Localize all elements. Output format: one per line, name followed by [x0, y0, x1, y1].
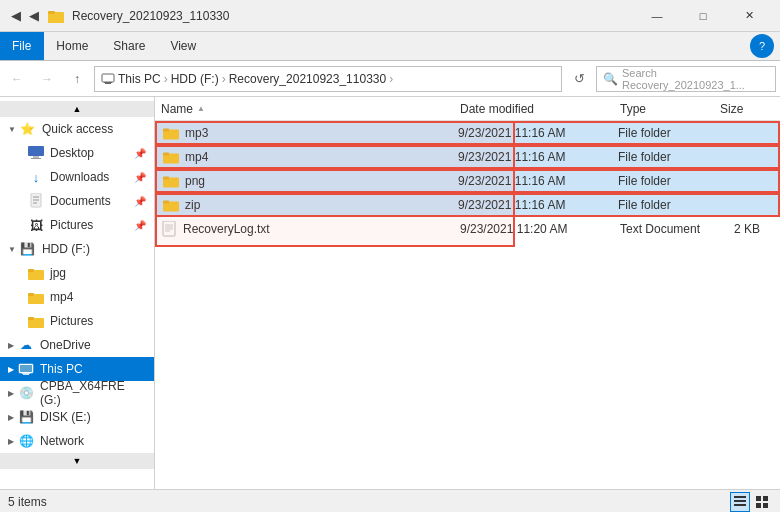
sidebar-scroll-up[interactable]: ▲: [0, 101, 154, 117]
forward-button[interactable]: →: [34, 66, 60, 92]
downloads-icon: ↓: [28, 169, 44, 185]
maximize-button[interactable]: □: [680, 0, 726, 32]
content-area: Name ▲ Date modified Type Size mp3: [155, 97, 780, 489]
expand-arrow-cpba: ▶: [8, 389, 14, 398]
desktop-icon: [28, 145, 44, 161]
sort-icon: ▲: [197, 104, 205, 113]
tab-home[interactable]: Home: [44, 32, 101, 60]
sidebar-item-this-pc[interactable]: ▶ This PC: [0, 357, 154, 381]
col-type-label: Type: [620, 102, 646, 116]
sidebar-item-hdd[interactable]: ▼ 💾 HDD (F:): [0, 237, 154, 261]
file-name-zip: zip: [163, 197, 458, 213]
view-details-button[interactable]: [730, 492, 750, 512]
svg-rect-6: [28, 146, 44, 156]
downloads-label: Downloads: [50, 170, 109, 184]
mp4-label: mp4: [50, 290, 73, 304]
sidebar-item-jpg[interactable]: jpg: [0, 261, 154, 285]
title-icon-folder: [48, 8, 64, 24]
col-header-size[interactable]: Size: [720, 102, 780, 116]
title-bar: ◀ ◀ Recovery_20210923_110330 — □ ✕: [0, 0, 780, 32]
search-box[interactable]: 🔍 Search Recovery_20210923_1...: [596, 66, 776, 92]
hdd-icon: 💾: [20, 241, 36, 257]
svg-rect-3: [102, 74, 114, 82]
sidebar-item-onedrive[interactable]: ▶ ☁ OneDrive: [0, 333, 154, 357]
file-label: mp4: [185, 150, 208, 164]
svg-rect-21: [23, 374, 29, 375]
sidebar-item-pictures-sub[interactable]: Pictures: [0, 309, 154, 333]
expand-arrow-onedrive: ▶: [8, 341, 14, 350]
sidebar-item-quick-access[interactable]: ▼ ⭐ Quick access: [0, 117, 154, 141]
svg-rect-5: [104, 82, 112, 83]
help-button[interactable]: ?: [750, 34, 774, 58]
jpg-label: jpg: [50, 266, 66, 280]
svg-rect-1: [48, 14, 64, 23]
path-computer-icon: [101, 72, 118, 86]
tab-file[interactable]: File: [0, 32, 44, 60]
title-bar-buttons: — □ ✕: [634, 0, 772, 32]
search-icon: 🔍: [603, 72, 618, 86]
file-date-mp4: 9/23/2021 11:16 AM: [458, 150, 618, 164]
this-pc-label: This PC: [40, 362, 83, 376]
svg-rect-30: [163, 201, 169, 204]
cpba-icon: 💿: [18, 385, 34, 401]
svg-rect-20: [20, 365, 32, 372]
file-date-png: 9/23/2021 11:16 AM: [458, 174, 618, 188]
table-row[interactable]: RecoveryLog.txt 9/23/2021 11:20 AM Text …: [155, 217, 780, 241]
svg-rect-24: [163, 129, 169, 132]
sidebar-item-pictures[interactable]: 🖼 Pictures 📌: [0, 213, 154, 237]
items-count: 5 items: [8, 495, 47, 509]
pictures-pin-icon: 📌: [134, 220, 146, 231]
mp4-folder-icon: [28, 289, 44, 305]
svg-rect-38: [734, 504, 746, 506]
back-button[interactable]: ←: [4, 66, 30, 92]
sidebar-item-desktop[interactable]: Desktop 📌: [0, 141, 154, 165]
quick-access-label: Quick access: [42, 122, 113, 136]
file-date-zip: 9/23/2021 11:16 AM: [458, 198, 618, 212]
quick-access-icon: ⭐: [20, 121, 36, 137]
window-title: Recovery_20210923_110330: [72, 9, 634, 23]
svg-rect-39: [756, 496, 761, 501]
table-row[interactable]: mp4 9/23/2021 11:16 AM File folder: [155, 145, 780, 169]
sidebar-item-documents[interactable]: Documents 📌: [0, 189, 154, 213]
hdd-label: HDD (F:): [42, 242, 90, 256]
this-pc-icon: [18, 361, 34, 377]
col-header-date[interactable]: Date modified: [460, 102, 620, 116]
sidebar-item-mp4[interactable]: mp4: [0, 285, 154, 309]
sidebar-item-downloads[interactable]: ↓ Downloads 📌: [0, 165, 154, 189]
sidebar-scroll-down[interactable]: ▼: [0, 453, 154, 469]
table-row[interactable]: zip 9/23/2021 11:16 AM File folder: [155, 193, 780, 217]
sidebar: ▲ ▼ ⭐ Quick access Desktop 📌 ↓ Downloads…: [0, 97, 155, 489]
file-name-recovery-log: RecoveryLog.txt: [161, 221, 460, 237]
column-headers: Name ▲ Date modified Type Size: [155, 97, 780, 121]
tab-share[interactable]: Share: [101, 32, 158, 60]
address-path[interactable]: This PC › HDD (F:) › Recovery_20210923_1…: [94, 66, 562, 92]
title-icon-save: ◀: [26, 8, 42, 24]
svg-rect-4: [105, 83, 111, 84]
up-button[interactable]: ↑: [64, 66, 90, 92]
address-bar: ← → ↑ This PC › HDD (F:) › Recovery_2021…: [0, 61, 780, 97]
sidebar-item-disk-e[interactable]: ▶ 💾 DISK (E:): [0, 405, 154, 429]
view-large-icons-button[interactable]: [752, 492, 772, 512]
tab-view[interactable]: View: [158, 32, 209, 60]
file-name-png: png: [163, 173, 458, 189]
sidebar-item-cpba[interactable]: ▶ 💿 CPBA_X64FRE (G:): [0, 381, 154, 405]
folder-icon: [163, 173, 179, 189]
file-label: zip: [185, 198, 200, 212]
col-header-name[interactable]: Name ▲: [161, 102, 460, 116]
minimize-button[interactable]: —: [634, 0, 680, 32]
svg-rect-16: [28, 293, 34, 296]
col-header-type[interactable]: Type: [620, 102, 720, 116]
file-type-recovery-log: Text Document: [620, 222, 720, 236]
col-size-label: Size: [720, 102, 743, 116]
table-row[interactable]: mp3 9/23/2021 11:16 AM File folder: [155, 121, 780, 145]
file-type-png: File folder: [618, 174, 718, 188]
refresh-button[interactable]: ↺: [566, 66, 592, 92]
file-date-recovery-log: 9/23/2021 11:20 AM: [460, 222, 620, 236]
sidebar-item-network[interactable]: ▶ 🌐 Network: [0, 429, 154, 453]
folder-icon: [163, 149, 179, 165]
documents-pin-icon: 📌: [134, 196, 146, 207]
pictures-sub-label: Pictures: [50, 314, 93, 328]
table-row[interactable]: png 9/23/2021 11:16 AM File folder: [155, 169, 780, 193]
expand-arrow-quick-access: ▼: [8, 125, 16, 134]
close-button[interactable]: ✕: [726, 0, 772, 32]
